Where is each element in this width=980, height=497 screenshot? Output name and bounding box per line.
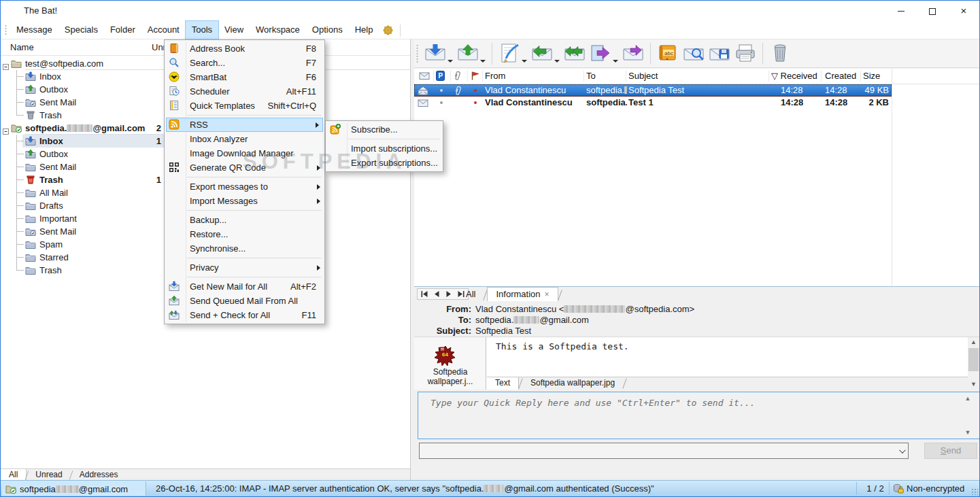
delete-button[interactable] <box>767 41 793 66</box>
envelope-icon[interactable] <box>418 71 430 83</box>
status-dot <box>440 89 443 92</box>
save-message-button[interactable] <box>707 41 732 66</box>
folder-tab-unread[interactable]: Unread <box>27 469 70 481</box>
menu-item-image-download-manager[interactable]: Image Download Manager <box>165 146 324 160</box>
column-header-size[interactable]: Size <box>863 71 880 81</box>
menu-options[interactable]: Options <box>306 21 349 39</box>
flag-icon[interactable] <box>471 71 479 83</box>
menu-item-search-[interactable]: Search...F7 <box>165 56 324 70</box>
nav-next-icon[interactable] <box>443 289 454 301</box>
body-tab-text[interactable]: Text <box>487 377 519 390</box>
reading-tab-all[interactable]: All <box>458 288 484 302</box>
folder-name: softpedia.@gmail.com <box>25 122 145 135</box>
attachment-filename[interactable]: Softpedia wallpaper.j... <box>417 367 484 386</box>
menu-item-label: Subscribe... <box>351 122 398 137</box>
scroll-up-icon[interactable]: ▲ <box>963 395 973 402</box>
scroll-up-icon[interactable]: ▲ <box>969 338 978 347</box>
chevron-down-icon[interactable] <box>522 60 527 63</box>
reply-button[interactable] <box>529 41 562 66</box>
body-tab-attachment[interactable]: Softpedia wallpaper.jpg <box>522 377 623 390</box>
blurred-text <box>564 305 625 313</box>
scroll-down-icon[interactable]: ▼ <box>963 429 973 436</box>
column-header-created[interactable]: Created <box>825 71 856 81</box>
unread-count: 1 <box>137 135 161 148</box>
chevron-down-icon[interactable] <box>447 60 453 63</box>
submenu-item-import-subscriptions-[interactable]: Import subscriptions... <box>326 141 443 156</box>
menu-item-label: Import subscriptions... <box>351 141 437 156</box>
column-header-to[interactable]: To <box>586 71 596 81</box>
close-button[interactable]: × <box>948 1 979 21</box>
parked-icon[interactable]: P <box>436 71 445 83</box>
folder-tab-addresses[interactable]: Addresses <box>71 469 126 481</box>
menu-item-rss[interactable]: RSS <box>166 118 323 132</box>
menu-message[interactable]: Message <box>10 21 58 39</box>
scroll-thumb[interactable] <box>968 348 979 371</box>
minimize-button[interactable] <box>885 1 917 21</box>
get-mail-button[interactable] <box>422 41 455 66</box>
nav-first-icon[interactable] <box>418 289 431 301</box>
submenu-item-subscribe-[interactable]: Subscribe... <box>326 122 443 137</box>
print-button[interactable] <box>732 41 758 66</box>
menu-item-generate-qr-code[interactable]: Generate QR Code <box>165 160 324 175</box>
column-divider <box>860 71 861 82</box>
address-book-button[interactable]: abc <box>655 41 681 66</box>
menu-view[interactable]: View <box>218 21 250 39</box>
submenu-item-export-subscriptions-[interactable]: Export subscriptions... <box>326 156 443 170</box>
menu-help[interactable]: Help <box>349 21 379 39</box>
menu-item-send-queued-mail-from-all[interactable]: Send Queued Mail From All <box>165 294 324 308</box>
send-queued-button[interactable] <box>455 41 488 66</box>
menu-workspace[interactable]: Workspace <box>250 21 306 39</box>
attachment-icon[interactable] <box>453 71 461 83</box>
menu-item-synchronise-[interactable]: Synchronise... <box>165 241 324 256</box>
chevron-down-icon[interactable] <box>480 60 486 63</box>
column-header-received[interactable]: ▽ Received <box>771 71 817 81</box>
column-name[interactable]: Name <box>10 42 34 52</box>
menu-specials[interactable]: Specials <box>58 21 104 39</box>
toolbar-grip[interactable] <box>5 24 7 35</box>
folder-tab-all[interactable]: All <box>1 469 27 481</box>
menu-item-restore-[interactable]: Restore... <box>165 227 324 241</box>
tb-print-icon <box>734 55 756 65</box>
menu-account[interactable]: Account <box>141 21 186 39</box>
column-header-subject[interactable]: Subject <box>628 71 658 81</box>
menu-item-scheduler[interactable]: SchedulerAlt+F11 <box>165 84 324 99</box>
maximize-button[interactable] <box>917 1 948 21</box>
menu-tools[interactable]: Tools <box>186 21 218 39</box>
menu-item-get-new-mail-for-all[interactable]: Get New Mail for AllAlt+F2 <box>165 279 324 294</box>
reading-tab-information[interactable]: Information× <box>487 287 558 301</box>
flower-icon[interactable] <box>379 21 397 39</box>
menu-item-send-check-for-all[interactable]: Send + Check for AllF11 <box>165 308 324 322</box>
quick-reply-input[interactable] <box>418 392 980 439</box>
send-button[interactable]: Send <box>924 443 977 459</box>
reply-all-button[interactable] <box>562 41 588 66</box>
search-button[interactable] <box>681 41 707 66</box>
status-divider <box>889 482 890 495</box>
message-row[interactable]: Vlad ConstantinescuSoftpedia Test14:2814… <box>414 84 892 97</box>
menu-item-backup-[interactable]: Backup... <box>165 213 324 227</box>
menu-item-privacy[interactable]: Privacy <box>165 260 324 275</box>
forward-button[interactable] <box>588 41 620 66</box>
menu-folder[interactable]: Folder <box>104 21 141 39</box>
menu-item-smartbat[interactable]: SmartBatF6 <box>165 70 324 84</box>
column-header-from[interactable]: From <box>485 71 505 81</box>
menu-item-import-messages[interactable]: Import Messages <box>165 194 324 208</box>
menu-item-quick-templates[interactable]: Quick TemplatesShift+Ctrl+Q <box>165 99 324 113</box>
message-row[interactable]: Vlad ConstantinescuTest 114:2814:282 KBs… <box>414 97 892 109</box>
new-message-button[interactable] <box>496 41 529 66</box>
quick-reply-template-select[interactable] <box>419 443 909 459</box>
body-scrollbar[interactable]: ▲ ▼ <box>968 337 979 390</box>
scroll-down-icon[interactable]: ▼ <box>969 380 978 389</box>
nav-prev-icon[interactable] <box>431 289 443 301</box>
rss-submenu: Subscribe...Import subscriptions...Expor… <box>325 120 443 172</box>
redirect-button[interactable] <box>620 41 646 66</box>
close-tab-icon[interactable]: × <box>545 290 550 299</box>
toolbar-grip[interactable] <box>416 44 418 63</box>
chevron-down-icon[interactable] <box>554 60 560 63</box>
menu-item-inbox-analyzer[interactable]: Inbox Analyzer <box>165 132 324 146</box>
menu-item-address-book[interactable]: Address BookF8 <box>165 41 324 56</box>
chevron-down-icon[interactable] <box>613 60 618 63</box>
tb-get-icon <box>424 55 446 65</box>
message-list-header[interactable]: PFromToSubject▽ ReceivedCreatedSize <box>414 69 979 84</box>
resize-grip[interactable] <box>971 488 978 495</box>
menu-item-export-messages-to[interactable]: Export messages to <box>165 179 324 194</box>
